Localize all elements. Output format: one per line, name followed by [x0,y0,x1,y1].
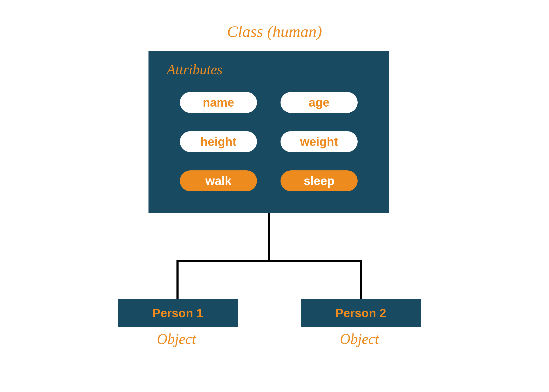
method-sleep-pill: sleep [281,170,358,191]
object-person2-label: Person 2 [335,306,386,320]
attribute-weight-pill: weight [281,131,358,152]
attribute-height-pill: height [180,131,257,152]
class-title: Class (human) [227,22,322,41]
connector-line [176,260,362,262]
object-person2-box: Person 2 [301,299,421,327]
object-person1-label: Person 1 [152,306,203,320]
object-person1-caption: Object [157,331,196,347]
attribute-name-pill: name [180,92,257,113]
connector-line [176,260,179,301]
class-box: Attributes name age height weight walk s… [148,51,389,213]
attribute-age-pill: age [281,92,358,113]
method-walk-pill: walk [180,170,257,191]
object-person1-box: Person 1 [118,299,238,327]
attributes-grid: name age height weight walk sleep [164,89,373,191]
connector-line [268,213,270,261]
object-person2-caption: Object [340,331,379,347]
attributes-heading: Attributes [167,61,373,78]
connector-line [360,260,362,301]
